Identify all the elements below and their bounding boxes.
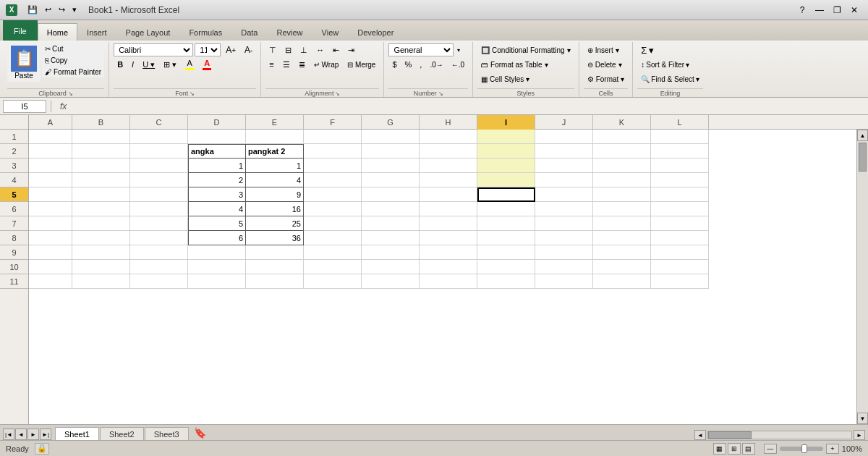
col-header-b[interactable]: B xyxy=(72,115,130,130)
sheet-tab-sheet1[interactable]: Sheet1 xyxy=(55,427,99,440)
cell-c6[interactable] xyxy=(130,202,188,216)
border-button[interactable]: ⊞ ▾ xyxy=(160,58,180,71)
tab-developer[interactable]: Developer xyxy=(348,23,403,41)
row-num-4[interactable]: 4 xyxy=(0,173,28,187)
font-expand-icon[interactable]: ↘ xyxy=(190,90,195,97)
cell-a7[interactable] xyxy=(29,216,72,231)
cell-l3[interactable] xyxy=(651,159,709,173)
left-align-button[interactable]: ≡ xyxy=(265,58,277,71)
page-break-view-button[interactable]: ▤ xyxy=(742,443,755,455)
cell-a10[interactable] xyxy=(29,260,72,274)
cell-f2[interactable] xyxy=(304,144,362,159)
tab-insert[interactable]: Insert xyxy=(77,23,116,41)
cell-f10[interactable] xyxy=(304,260,362,274)
cell-l5[interactable] xyxy=(651,187,709,202)
cell-g3[interactable] xyxy=(362,159,420,173)
delete-cells-button[interactable]: ⊖ Delete ▾ xyxy=(584,58,629,71)
cell-i6[interactable] xyxy=(477,202,535,216)
cell-g9[interactable] xyxy=(362,245,420,260)
cell-c1[interactable] xyxy=(130,130,188,144)
name-box[interactable] xyxy=(3,100,46,113)
cell-i3[interactable] xyxy=(477,159,535,173)
cut-button[interactable]: ✂ Cut xyxy=(42,43,104,54)
scroll-right-button[interactable]: ► xyxy=(854,430,865,440)
cell-d3[interactable]: 1 xyxy=(188,159,246,173)
cell-c4[interactable] xyxy=(130,173,188,187)
tab-file[interactable]: File xyxy=(3,20,38,41)
cell-h4[interactable] xyxy=(420,173,477,187)
cell-j7[interactable] xyxy=(535,216,593,231)
clipboard-expand-icon[interactable]: ↘ xyxy=(68,90,73,97)
cell-e4[interactable]: 4 xyxy=(246,173,304,187)
cell-k8[interactable] xyxy=(593,231,651,245)
col-header-f[interactable]: F xyxy=(304,115,362,130)
sheet-next-button[interactable]: ► xyxy=(27,428,39,440)
col-header-i[interactable]: I xyxy=(477,115,535,130)
cell-l7[interactable] xyxy=(651,216,709,231)
paste-button[interactable]: 📋 Paste xyxy=(7,43,41,82)
row-num-7[interactable]: 7 xyxy=(0,216,28,231)
cell-g5[interactable] xyxy=(362,187,420,202)
number-format-dropdown[interactable]: ▾ xyxy=(454,43,464,56)
fill-color-button[interactable]: A xyxy=(182,58,197,71)
cell-c5[interactable] xyxy=(130,187,188,202)
h-scroll-track[interactable] xyxy=(707,431,852,439)
merge-center-button[interactable]: ⊟ Merge xyxy=(344,58,379,71)
bot-align-button[interactable]: ⊥ xyxy=(297,43,311,56)
help-button[interactable]: ? xyxy=(794,4,810,17)
cell-b9[interactable] xyxy=(72,245,130,260)
cell-j2[interactable] xyxy=(535,144,593,159)
cell-l1[interactable] xyxy=(651,130,709,144)
cell-g7[interactable] xyxy=(362,216,420,231)
sheet-prev-button[interactable]: ◄ xyxy=(15,428,27,440)
cell-k4[interactable] xyxy=(593,173,651,187)
cell-h10[interactable] xyxy=(420,260,477,274)
cell-k7[interactable] xyxy=(593,216,651,231)
cell-e6[interactable]: 16 xyxy=(246,202,304,216)
cell-l10[interactable] xyxy=(651,260,709,274)
number-format-select[interactable]: General xyxy=(388,43,454,56)
zoom-slider[interactable] xyxy=(780,447,823,451)
cell-g4[interactable] xyxy=(362,173,420,187)
row-num-6[interactable]: 6 xyxy=(0,202,28,216)
cell-k1[interactable] xyxy=(593,130,651,144)
cell-i8[interactable] xyxy=(477,231,535,245)
cell-j9[interactable] xyxy=(535,245,593,260)
alignment-expand-icon[interactable]: ↘ xyxy=(335,90,340,97)
copy-button[interactable]: ⎘ Copy xyxy=(42,55,104,66)
cell-g1[interactable] xyxy=(362,130,420,144)
cell-c8[interactable] xyxy=(130,231,188,245)
cell-d7[interactable]: 5 xyxy=(188,216,246,231)
scroll-left-button[interactable]: ◄ xyxy=(694,430,706,440)
cell-e1[interactable] xyxy=(246,130,304,144)
cell-a1[interactable] xyxy=(29,130,72,144)
col-header-d[interactable]: D xyxy=(188,115,246,130)
save-button[interactable]: 💾 xyxy=(25,4,41,16)
cell-c9[interactable] xyxy=(130,245,188,260)
cell-a11[interactable] xyxy=(29,274,72,289)
cell-a5[interactable] xyxy=(29,187,72,202)
redo-button[interactable]: ↪ xyxy=(56,4,68,16)
cell-b6[interactable] xyxy=(72,202,130,216)
col-header-j[interactable]: J xyxy=(535,115,593,130)
cell-e9[interactable] xyxy=(246,245,304,260)
font-color-button[interactable]: A xyxy=(199,58,215,71)
font-name-select[interactable]: Calibri xyxy=(114,43,193,56)
cell-i9[interactable] xyxy=(477,245,535,260)
comma-button[interactable]: , xyxy=(416,58,425,71)
cell-j3[interactable] xyxy=(535,159,593,173)
cell-l2[interactable] xyxy=(651,144,709,159)
close-button[interactable]: ✕ xyxy=(846,4,862,17)
cell-e10[interactable] xyxy=(246,260,304,274)
row-num-1[interactable]: 1 xyxy=(0,130,28,144)
cell-f7[interactable] xyxy=(304,216,362,231)
cell-h5[interactable] xyxy=(420,187,477,202)
normal-view-button[interactable]: ▦ xyxy=(713,443,726,455)
cell-f6[interactable] xyxy=(304,202,362,216)
indent-increase-button[interactable]: ⇥ xyxy=(344,43,358,56)
cell-k5[interactable] xyxy=(593,187,651,202)
cell-styles-button[interactable]: ▦ Cell Styles ▾ xyxy=(477,72,574,85)
scroll-thumb[interactable] xyxy=(859,143,867,172)
zoom-slider-thumb[interactable] xyxy=(801,444,807,453)
row-num-3[interactable]: 3 xyxy=(0,159,28,173)
